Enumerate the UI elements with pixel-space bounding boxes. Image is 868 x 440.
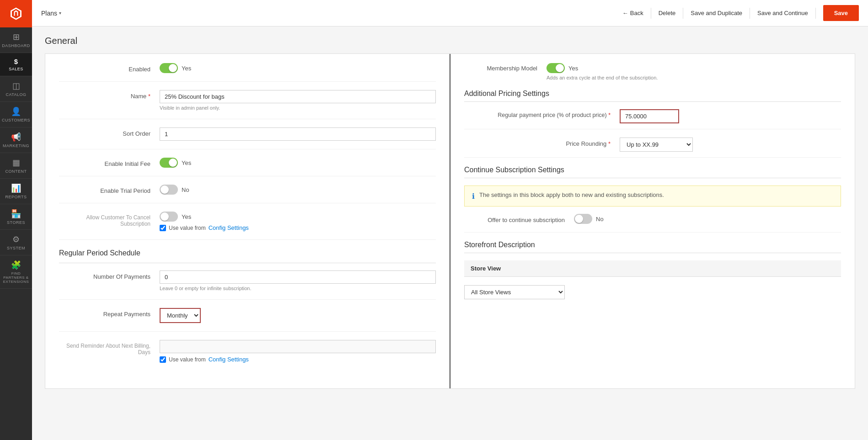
initial-fee-toggle[interactable] <box>160 158 178 168</box>
sort-order-label: Sort Order <box>59 127 160 137</box>
marketing-icon: 📢 <box>11 132 21 142</box>
back-button[interactable]: ← Back <box>622 10 643 16</box>
storefront-divider <box>464 253 841 253</box>
allow-cancel-control: Yes Use value from Config Settings <box>160 212 436 231</box>
form-row-repeat-payments: Repeat Payments Monthly Daily Weekly Yea… <box>59 308 436 332</box>
enabled-toggle[interactable] <box>160 63 178 73</box>
enabled-control: Yes <box>160 63 436 73</box>
breadcrumb-chevron-icon: ▾ <box>59 11 61 16</box>
sidebar-item-label-find-partners: FIND PARTNERS & EXTENSIONS <box>2 271 30 284</box>
trial-period-toggle[interactable] <box>160 185 178 195</box>
send-reminder-checkbox-wrap[interactable]: Use value from Config Settings <box>160 356 436 363</box>
send-reminder-checkbox-label: Use value from <box>169 356 206 363</box>
price-rounding-label: Price Rounding <box>464 138 620 147</box>
catalog-icon: ◫ <box>12 81 20 91</box>
dashboard-icon: ⊞ <box>13 32 20 42</box>
pricing-divider <box>464 101 841 102</box>
membership-model-row: Membership Model Yes Adds an extra cycle… <box>464 63 841 80</box>
offer-continue-toggle-knob <box>575 215 583 223</box>
sidebar-item-find-partners[interactable]: 🧩 FIND PARTNERS & EXTENSIONS <box>0 255 32 289</box>
save-continue-button[interactable]: Save and Continue <box>757 10 808 16</box>
info-icon: ℹ <box>472 192 475 201</box>
sidebar-item-label-content: CONTENT <box>5 169 27 174</box>
enabled-toggle-wrap: Yes <box>160 63 436 73</box>
sidebar-item-stores[interactable]: 🏪 STORES <box>0 204 32 230</box>
sales-icon: $ <box>14 58 18 65</box>
stores-icon: 🏪 <box>11 209 21 219</box>
pricing-section-title: Additional Pricing Settings <box>464 90 841 98</box>
schedule-section: Regular Period Schedule <box>59 249 436 263</box>
continue-subscription-divider <box>464 178 841 178</box>
right-panel: Membership Model Yes Adds an extra cycle… <box>450 54 855 388</box>
regular-price-input[interactable] <box>620 109 679 123</box>
trial-period-toggle-label: No <box>182 186 189 193</box>
num-payments-control: Leave 0 or empty for infinite subscripti… <box>160 270 436 291</box>
content-area: General Enabled Yes <box>32 27 868 440</box>
offer-continue-toggle[interactable] <box>574 214 592 224</box>
sort-order-control <box>160 127 436 141</box>
initial-fee-control: Yes <box>160 158 436 168</box>
sidebar-item-reports[interactable]: 📊 REPORTS <box>0 179 32 204</box>
num-payments-label: Number Of Payments <box>59 270 160 280</box>
send-reminder-control: Use value from Config Settings <box>160 340 436 363</box>
sort-order-input[interactable] <box>160 127 436 141</box>
trial-period-toggle-track <box>160 185 178 195</box>
sidebar-item-customers[interactable]: 👤 CUSTOMERS <box>0 102 32 127</box>
send-reminder-checkbox[interactable] <box>160 356 166 363</box>
sidebar-item-content[interactable]: ▦ CONTENT <box>0 153 32 179</box>
form-row-sort-order: Sort Order <box>59 127 436 149</box>
content-icon: ▦ <box>12 158 20 168</box>
form-row-regular-price: Regular payment price (% of product pric… <box>464 109 841 129</box>
trial-period-control: No <box>160 185 436 195</box>
membership-model-toggle[interactable] <box>547 63 565 73</box>
allow-cancel-checkbox-wrap[interactable]: Use value from Config Settings <box>160 224 436 231</box>
continue-subscription-section: Continue Subscription Settings <box>464 166 841 178</box>
allow-cancel-toggle[interactable] <box>160 212 178 222</box>
save-button[interactable]: Save <box>823 5 859 21</box>
save-duplicate-button[interactable]: Save and Duplicate <box>691 10 742 16</box>
find-partners-icon: 🧩 <box>11 260 21 270</box>
offer-continue-toggle-wrap: No <box>574 214 841 224</box>
repeat-payments-select[interactable]: Monthly Daily Weekly Yearly <box>160 308 201 323</box>
trial-period-label: Enable Trial Period <box>59 185 160 194</box>
schedule-divider <box>59 263 436 263</box>
magento-logo-icon <box>9 7 23 21</box>
allow-cancel-config-link[interactable]: Config Settings <box>209 224 249 231</box>
price-rounding-select[interactable]: Up to XX.99 None Up to XX.49/XX.99 <box>620 138 693 152</box>
price-rounding-control: Up to XX.99 None Up to XX.49/XX.99 <box>620 138 841 152</box>
info-box: ℹ The settings in this block apply both … <box>464 186 841 207</box>
sidebar-item-dashboard[interactable]: ⊞ DASHBOARD <box>0 27 32 53</box>
allow-cancel-checkbox[interactable] <box>160 225 166 231</box>
membership-model-toggle-label: Yes <box>568 65 578 72</box>
top-bar-actions: ← Back Delete Save and Duplicate Save an… <box>622 5 859 21</box>
initial-fee-toggle-track <box>160 158 178 168</box>
allow-cancel-label: Allow Customer To Cancel Subscription <box>59 212 160 227</box>
two-col-layout: Enabled Yes Name <box>45 53 855 389</box>
divider-4 <box>815 8 816 19</box>
allow-cancel-toggle-knob <box>161 212 169 221</box>
delete-button[interactable]: Delete <box>659 10 676 16</box>
breadcrumb-plans[interactable]: Plans ▾ <box>41 10 61 17</box>
breadcrumb-label: Plans <box>41 10 57 17</box>
membership-model-control: Yes Adds an extra cycle at the end of th… <box>547 63 658 80</box>
name-label: Name <box>59 90 160 100</box>
sidebar-item-label-stores: STORES <box>7 220 25 225</box>
num-payments-input[interactable] <box>160 270 436 284</box>
sidebar-item-sales[interactable]: $ SALES <box>0 53 32 76</box>
storefront-section: Storefront Description <box>464 241 841 253</box>
divider-2 <box>683 8 683 19</box>
sidebar-item-marketing[interactable]: 📢 MARKETING <box>0 127 32 153</box>
send-reminder-input[interactable] <box>160 340 436 353</box>
name-control: Visible in admin panel only. <box>160 90 436 111</box>
sidebar-item-system[interactable]: ⚙ SYSTEM <box>0 230 32 255</box>
enabled-toggle-label: Yes <box>182 65 191 72</box>
trial-period-toggle-knob <box>161 186 169 194</box>
store-view-select[interactable]: All Store Views Default Store View <box>464 285 565 299</box>
send-reminder-config-link[interactable]: Config Settings <box>209 356 249 363</box>
name-input[interactable] <box>160 90 436 103</box>
customers-icon: 👤 <box>11 106 21 117</box>
sidebar-item-catalog[interactable]: ◫ CATALOG <box>0 76 32 102</box>
membership-model-hint: Adds an extra cycle at the end of the su… <box>547 75 658 80</box>
form-row-num-payments: Number Of Payments Leave 0 or empty for … <box>59 270 436 300</box>
repeat-payments-control: Monthly Daily Weekly Yearly <box>160 308 436 323</box>
